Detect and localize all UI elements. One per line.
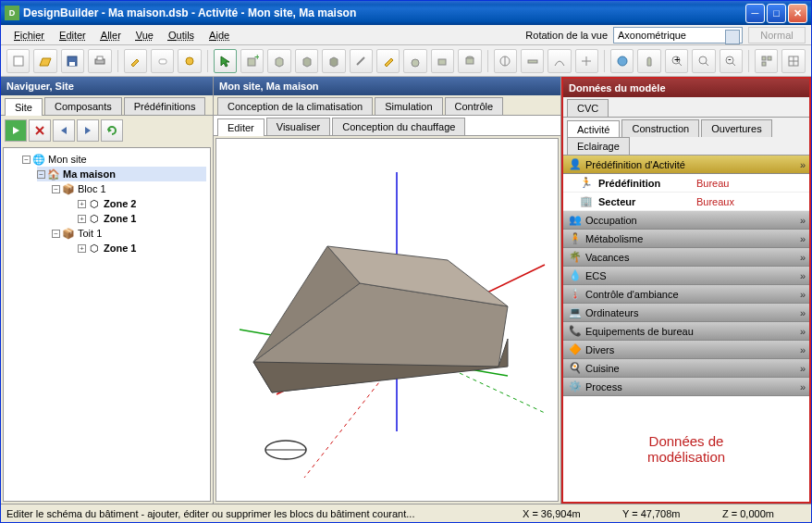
menu-view[interactable]: Vue (129, 28, 161, 43)
subtab-chauffage[interactable]: Conception du chauffage (332, 118, 465, 135)
svg-line-30 (706, 63, 708, 66)
titlebar[interactable]: D DesignBuilder - Ma maison.dsb - Activi… (1, 1, 811, 25)
nav-tab-site[interactable]: Site (5, 98, 43, 116)
tab-ouvertures[interactable]: Ouvertures (701, 119, 771, 137)
menu-edit[interactable]: Editer (52, 28, 93, 43)
section-vacances[interactable]: 🌴Vacances (563, 248, 809, 267)
tab-construction[interactable]: Construction (621, 119, 699, 137)
tab-simulation[interactable]: Simulation (375, 97, 442, 115)
ruler-icon[interactable] (521, 49, 544, 73)
expander-icon[interactable]: − (52, 230, 60, 238)
menu-tools[interactable]: Outils (161, 28, 202, 43)
expander-icon[interactable]: − (22, 156, 31, 164)
add-block-icon[interactable]: + (240, 49, 264, 73)
object-icon[interactable] (403, 49, 426, 73)
cube2-icon[interactable] (295, 49, 318, 73)
compass-icon[interactable] (494, 49, 517, 73)
tab-activite[interactable]: Activité (567, 120, 620, 138)
wrench-icon[interactable] (124, 49, 147, 73)
roof-icon: 📦 (62, 227, 75, 240)
subtab-editer[interactable]: Editer (217, 118, 265, 136)
zoom-fit-icon[interactable] (692, 49, 715, 73)
section-predef[interactable]: 👤 Prédéfinition d'Activité (563, 156, 809, 174)
section-ordinateurs[interactable]: 💻Ordinateurs (563, 304, 809, 322)
section-process[interactable]: ⚙️Process (563, 378, 809, 396)
nav-next-icon[interactable] (77, 119, 99, 142)
expander-icon[interactable]: + (78, 215, 86, 223)
3d-viewport[interactable] (215, 138, 559, 502)
tree-zone1b[interactable]: Zone 1 (104, 243, 136, 254)
section-divers[interactable]: 🔶Divers (563, 341, 809, 359)
pencil-icon[interactable] (376, 49, 400, 73)
zoom-in-icon[interactable]: + (665, 49, 688, 73)
cylinder-icon[interactable] (458, 49, 481, 73)
globe-icon[interactable] (610, 49, 634, 73)
layout-icon[interactable] (755, 49, 778, 73)
print-icon[interactable] (88, 49, 111, 73)
cube-icon[interactable] (267, 49, 290, 73)
rotation-select[interactable]: Axonométrique (613, 27, 743, 44)
cursor-icon[interactable] (214, 49, 237, 73)
expander-icon[interactable]: − (52, 185, 60, 193)
hand-icon[interactable] (637, 49, 660, 73)
run-icon: 🏃 (580, 177, 593, 189)
tab-eclairage[interactable]: Eclairage (567, 137, 630, 155)
svg-rect-6 (159, 59, 166, 64)
cross-icon[interactable] (575, 49, 598, 73)
new-icon[interactable] (6, 49, 30, 73)
expander-icon[interactable]: + (78, 244, 86, 253)
tab-cvc[interactable]: CVC (567, 99, 609, 117)
minimize-button[interactable]: ─ (745, 4, 765, 23)
curve-icon[interactable] (547, 49, 571, 73)
tree-site[interactable]: Mon site (48, 154, 87, 165)
section-ambiance[interactable]: 🌡️Contrôle d'ambiance (563, 285, 809, 304)
svg-rect-36 (762, 62, 766, 66)
grid-icon[interactable] (781, 49, 805, 73)
menu-go[interactable]: Aller (93, 28, 129, 43)
section-ecs[interactable]: 💧ECS (563, 267, 809, 285)
tree-zone2[interactable]: Zone 2 (104, 198, 136, 209)
nav-tabs: Site Composants Prédéfinitions (1, 95, 213, 116)
section-occupation[interactable]: 👥Occupation (563, 211, 809, 230)
section-equipements[interactable]: 📞Equipements de bureau (563, 322, 809, 341)
sun-icon[interactable] (178, 49, 201, 73)
expander-icon[interactable]: + (78, 200, 86, 208)
expander-icon[interactable]: − (37, 170, 45, 179)
nav-refresh-icon[interactable] (101, 119, 123, 142)
tree-zone1a[interactable]: Zone 1 (104, 213, 136, 224)
rotation-mode[interactable]: Normal (748, 27, 806, 44)
eraser-icon[interactable] (151, 49, 174, 73)
tab-controle[interactable]: Contrôle (445, 97, 504, 115)
cube3-icon[interactable] (322, 49, 345, 73)
section-cuisine[interactable]: 🍳Cuisine (563, 359, 809, 378)
object2-icon[interactable] (431, 49, 454, 73)
section-metabolisme[interactable]: 🧍Métabolisme (563, 230, 809, 248)
maximize-button[interactable]: □ (767, 4, 786, 23)
zoom-out-icon[interactable]: - (720, 49, 743, 73)
nav-tab-components[interactable]: Composants (44, 97, 122, 115)
prop-row-predef[interactable]: 🏃 Prédéfinition Bureau (563, 174, 809, 193)
prop-row-secteur[interactable]: 🏢 Secteur Bureaux (563, 193, 809, 211)
open-icon[interactable] (33, 49, 56, 73)
svg-point-29 (699, 56, 707, 64)
tab-climatisation[interactable]: Conception de la climatisation (217, 97, 373, 115)
nav-panel: Naviguer, Site Site Composants Prédéfini… (1, 77, 214, 504)
tree-house[interactable]: Ma maison (63, 168, 116, 180)
zone-icon: ⬡ (88, 212, 101, 225)
nav-tree[interactable]: −🌐Mon site −🏠Ma maison −📦Bloc 1 +⬡Zone 2… (3, 147, 211, 502)
tree-bloc[interactable]: Bloc 1 (78, 183, 106, 194)
menu-help[interactable]: Aide (202, 28, 237, 43)
nav-go-icon[interactable] (5, 119, 27, 142)
svg-text:-: - (728, 55, 732, 64)
save-icon[interactable] (61, 49, 84, 73)
svg-rect-5 (97, 56, 103, 60)
tree-toit[interactable]: Toit 1 (78, 228, 102, 239)
subtab-visualiser[interactable]: Visualiser (266, 118, 331, 135)
nav-prev-icon[interactable] (53, 119, 75, 142)
nav-tab-predefs[interactable]: Prédéfinitions (124, 97, 206, 115)
wand-icon[interactable] (350, 49, 373, 73)
svg-rect-35 (768, 56, 771, 60)
close-button[interactable]: ✕ (788, 4, 807, 23)
nav-delete-icon[interactable] (29, 119, 51, 142)
menu-file[interactable]: Fichier (6, 28, 52, 43)
